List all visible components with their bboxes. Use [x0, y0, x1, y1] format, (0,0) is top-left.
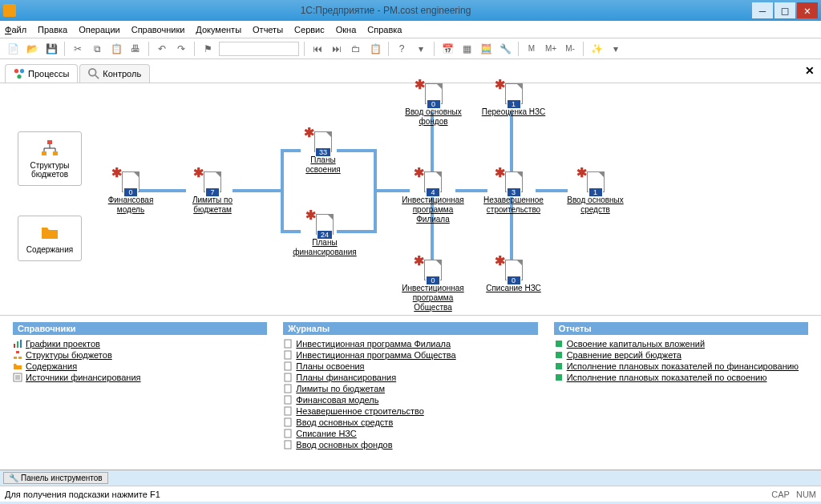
wrench-icon: 🔧: [9, 474, 18, 482]
list-item[interactable]: Планы освоения: [283, 361, 537, 372]
menu-win[interactable]: Окна: [336, 25, 357, 34]
nav-next-icon[interactable]: ⏭: [329, 41, 345, 57]
list-item[interactable]: Незавершенное строительство: [283, 405, 537, 417]
m-minus-icon[interactable]: M-: [562, 41, 578, 57]
menu-rep[interactable]: Отчеты: [253, 25, 283, 34]
cut-icon[interactable]: ✂: [70, 41, 86, 57]
node-construction[interactable]: ✱3 Незавершенное строительство: [475, 171, 552, 215]
menu-ops[interactable]: Операции: [79, 25, 119, 34]
node-budget-limits[interactable]: ✱7 Лимиты по бюджетам: [180, 171, 245, 215]
list-item[interactable]: Инвестиционная программа Филиала: [283, 338, 537, 349]
svg-rect-16: [14, 357, 17, 359]
node-writeoff[interactable]: ✱0 Списание НЗС: [479, 260, 548, 293]
link-label: Лимиты по бюджетам: [296, 384, 385, 393]
required-icon: ✱: [576, 165, 587, 180]
connector: [281, 149, 284, 233]
list-item[interactable]: Структуры бюджетов: [13, 349, 267, 361]
menu-help[interactable]: Справка: [367, 25, 402, 34]
list-item[interactable]: Источники финансирования: [13, 372, 267, 383]
m-icon[interactable]: M: [524, 41, 540, 57]
svg-point-2: [17, 75, 21, 79]
list-item[interactable]: Инвестиционная программа Общества: [283, 349, 537, 361]
calendar-icon[interactable]: 📅: [439, 41, 455, 57]
connector: [374, 149, 377, 192]
svg-rect-35: [556, 374, 562, 381]
list-item[interactable]: Освоение капитальных вложений: [554, 338, 808, 349]
column-header: Справочники: [13, 322, 267, 335]
node-fixed-assets[interactable]: ✱1 Ввод основных средств: [561, 171, 629, 215]
node-invest-society[interactable]: ✱0 Инвестиционная программа Общества: [397, 260, 469, 312]
grid-icon[interactable]: ▦: [459, 41, 475, 57]
svg-rect-33: [556, 352, 562, 358]
wand-icon[interactable]: ✨: [588, 41, 605, 57]
list-item[interactable]: Графики проектов: [13, 338, 267, 349]
dropdown-icon[interactable]: ▾: [413, 41, 429, 57]
node-fixed-assets-input[interactable]: ✱0 Ввод основных фондов: [399, 83, 467, 127]
document-icon: [283, 440, 293, 450]
link-label: Графики проектов: [26, 339, 100, 349]
menu-file[interactable]: Файл: [5, 25, 26, 34]
count-badge: 24: [317, 230, 333, 240]
list-item[interactable]: Содержания: [13, 361, 267, 372]
undo-icon[interactable]: ↶: [154, 41, 170, 57]
chip-label: Панель инструментов: [21, 474, 103, 482]
nav-prev-icon[interactable]: ⏮: [309, 41, 326, 57]
help-icon[interactable]: ?: [394, 41, 410, 57]
list-item[interactable]: Планы финансирования: [283, 372, 537, 383]
node-dev-plans[interactable]: ✱33 Планы освоения: [295, 131, 351, 175]
window-title: 1С:Предприятие - PM.cost engineering: [21, 5, 750, 16]
node-fin-plans[interactable]: ✱24 Планы финансирования: [285, 214, 365, 257]
sidebar-structures[interactable]: Структуры бюджетов: [18, 131, 82, 186]
print-icon[interactable]: 🖶: [127, 41, 144, 57]
tab-processes[interactable]: Процессы: [5, 64, 78, 83]
node-invest-branch[interactable]: ✱4 Инвестиционная программа Филиала: [397, 171, 469, 224]
node-label: Инвестиционная программа Филиала: [397, 196, 469, 224]
m-plus-icon[interactable]: M+: [543, 41, 559, 57]
svg-rect-13: [17, 341, 18, 348]
count-badge: 0: [426, 276, 440, 285]
redo-icon[interactable]: ↷: [173, 41, 189, 57]
count-badge: 0: [427, 99, 441, 109]
link-label: Освоение капитальных вложений: [567, 339, 705, 349]
copy-icon[interactable]: ⧉: [89, 41, 105, 57]
tool-panel-chip[interactable]: 🔧 Панель инструментов: [3, 472, 108, 484]
menubar: Файл Правка Операции Справочники Докумен…: [0, 21, 821, 38]
list-item[interactable]: Ввод основных фондов: [283, 439, 537, 450]
separator: [434, 42, 435, 56]
list-item[interactable]: Сравнение версий бюджета: [554, 349, 808, 361]
menu-svc[interactable]: Сервис: [294, 25, 325, 34]
node-revaluation[interactable]: ✱1 Переоценка НЗС: [479, 83, 548, 117]
folder-icon[interactable]: 🗀: [348, 41, 364, 57]
count-badge: 3: [507, 187, 521, 197]
list-item[interactable]: Лимиты по бюджетам: [283, 383, 537, 394]
paste-icon[interactable]: 📋: [108, 41, 124, 57]
close-tab-icon[interactable]: ✕: [805, 64, 815, 77]
tab-control[interactable]: Контроль: [79, 64, 150, 83]
sidebar-contents[interactable]: Содержания: [18, 216, 82, 261]
list-item[interactable]: Исполнение плановых показателей по финан…: [554, 361, 808, 372]
close-button[interactable]: ✕: [797, 2, 818, 18]
list-item[interactable]: Исполнение плановых показателей по освое…: [554, 372, 808, 383]
menu-ref[interactable]: Справочники: [131, 25, 185, 34]
menu-edit[interactable]: Правка: [38, 25, 67, 34]
new-icon[interactable]: 📄: [5, 41, 21, 57]
flag-icon[interactable]: ⚑: [200, 41, 216, 57]
menu-docs[interactable]: Документы: [196, 25, 241, 34]
save-icon[interactable]: 💾: [43, 41, 59, 57]
open-icon[interactable]: 📂: [24, 41, 40, 57]
dropdown2-icon[interactable]: ▾: [608, 41, 624, 57]
calc-icon[interactable]: 🧮: [478, 41, 494, 57]
search-input[interactable]: [219, 42, 299, 56]
node-label: Ввод основных фондов: [399, 107, 467, 127]
list-item[interactable]: Списание НЗС: [283, 428, 537, 439]
count-badge: 7: [205, 187, 220, 197]
list-item[interactable]: Ввод основных средств: [283, 417, 537, 428]
maximize-button[interactable]: □: [774, 2, 795, 18]
count-badge: 0: [123, 187, 138, 197]
node-financial-model[interactable]: ✱0 Финансовая модель: [99, 171, 163, 215]
minimize-button[interactable]: —: [752, 2, 773, 18]
link-label: Списание НЗС: [296, 429, 356, 438]
tool-icon[interactable]: 🔧: [497, 41, 513, 57]
clipboard-icon[interactable]: 📋: [367, 41, 383, 57]
list-item[interactable]: Финансовая модель: [283, 394, 537, 405]
